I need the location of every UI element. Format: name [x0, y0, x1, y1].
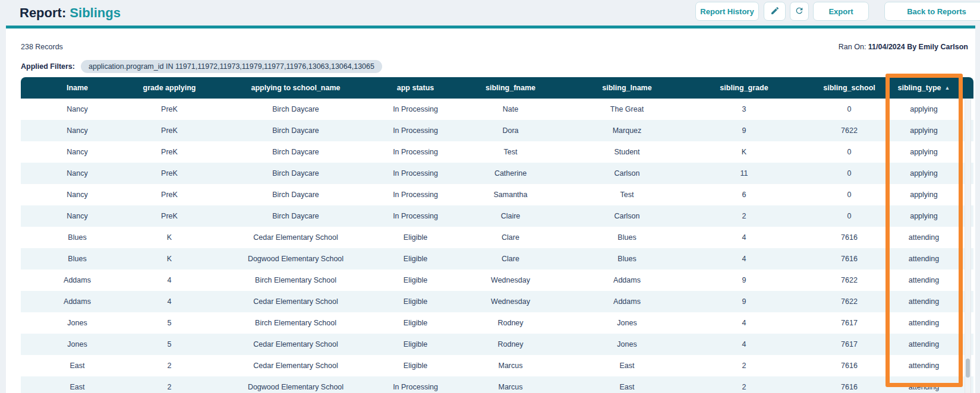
table-cell: PreK: [134, 163, 205, 184]
header-cell-sibling-lname[interactable]: sibling_lname: [576, 77, 678, 99]
table-row: Addams4Cedar Elementary SchoolEligibleWe…: [21, 291, 973, 312]
table-cell: 0: [811, 99, 888, 120]
table-cell: Birch Elementary School: [205, 312, 386, 334]
table-cell: 2: [678, 205, 811, 227]
table-row: NancyPreKBirch DaycareIn ProcessingDoraM…: [21, 120, 973, 141]
table-cell: Test: [576, 184, 678, 205]
table-cell: attending: [888, 376, 960, 393]
table-cell: 7616: [811, 248, 888, 270]
table-cell: 3: [678, 99, 811, 120]
table-cell: attending: [888, 312, 960, 334]
scrollbar-thumb[interactable]: [966, 359, 970, 378]
applied-filters-label: Applied Filters:: [21, 62, 75, 71]
table-row: East2Dogwood Elementary SchoolIn Process…: [21, 376, 973, 393]
pencil-icon: [770, 6, 780, 17]
header-cell-applying-to-school-name[interactable]: applying to school_name: [205, 77, 386, 99]
table-cell: Nancy: [21, 120, 134, 141]
ran-on-value: 11/04/2024 By Emily Carlson: [868, 43, 968, 51]
table-cell: Dora: [445, 120, 576, 141]
header-cell-stub: [960, 77, 973, 99]
table-cell: Addams: [576, 291, 678, 312]
table-cell: Nancy: [21, 205, 134, 227]
table-cell: 7616: [811, 355, 888, 376]
table-row: Addams4Birch Elementary SchoolEligibleWe…: [21, 270, 973, 291]
table-cell: PreK: [134, 99, 205, 120]
table-cell: East: [21, 355, 134, 376]
table-cell: Carlson: [576, 163, 678, 184]
table-cell: Eligible: [386, 270, 445, 291]
table-row: Jones5Cedar Elementary SchoolEligibleRod…: [21, 334, 973, 355]
table-cell: Rodney: [445, 312, 576, 334]
table-cell: 7622: [811, 120, 888, 141]
table-cell: 4: [678, 334, 811, 355]
table-cell: 0: [811, 184, 888, 205]
table-cell: Blues: [21, 248, 134, 270]
table-cell: Wednesday: [445, 291, 576, 312]
table-cell: Birch Daycare: [205, 205, 386, 227]
refresh-icon: [795, 6, 804, 17]
table-cell: Wednesday: [445, 270, 576, 291]
table-cell: attending: [888, 291, 960, 312]
table-cell: Birch Daycare: [205, 141, 386, 163]
filter-chip: application.program_id IN 11971,11972,11…: [81, 60, 382, 73]
table-cell: Marcus: [445, 355, 576, 376]
table-cell: Marcus: [445, 376, 576, 393]
table-cell: 2: [134, 376, 205, 393]
table-cell: attending: [888, 270, 960, 291]
meta-row: 238 Records Ran On: 11/04/2024 By Emily …: [21, 43, 968, 53]
table-cell: Eligible: [386, 248, 445, 270]
table-cell: Jones: [21, 312, 134, 334]
table-cell: Birch Daycare: [205, 163, 386, 184]
table-cell: attending: [888, 355, 960, 376]
table-cell: 2: [678, 355, 811, 376]
table-cell: K: [134, 248, 205, 270]
table-cell: Student: [576, 141, 678, 163]
table-cell: 4: [678, 227, 811, 248]
table-cell: 0: [811, 141, 888, 163]
table-cell: 4: [678, 248, 811, 270]
table-cell: Catherine: [445, 163, 576, 184]
header-cell-lname[interactable]: lname: [21, 77, 134, 99]
header-cell-sibling-type[interactable]: sibling_type▲: [888, 77, 960, 99]
table-cell: Addams: [21, 270, 134, 291]
table-row: East2Cedar Elementary SchoolEligibleMarc…: [21, 355, 973, 376]
table-cell: K: [678, 141, 811, 163]
header-cell-sibling-fname[interactable]: sibling_fname: [445, 77, 576, 99]
table-cell: 7617: [811, 312, 888, 334]
table-cell: Nancy: [21, 99, 134, 120]
header-cell-sibling-school[interactable]: sibling_school: [811, 77, 888, 99]
table-cell: Cedar Elementary School: [205, 291, 386, 312]
table-row: Jones5Birch Elementary SchoolEligibleRod…: [21, 312, 973, 334]
table-cell: In Processing: [386, 141, 445, 163]
table-cell: Dogwood Elementary School: [205, 248, 386, 270]
table-cell: Cedar Elementary School: [205, 334, 386, 355]
table-cell: Jones: [576, 334, 678, 355]
table-cell: East: [576, 355, 678, 376]
table-cell: PreK: [134, 205, 205, 227]
report-card: 238 Records Ran On: 11/04/2024 By Emily …: [6, 26, 975, 393]
table-cell: 7622: [811, 291, 888, 312]
export-button[interactable]: Export: [813, 2, 869, 21]
table-cell: 0: [811, 163, 888, 184]
table-cell: 0: [811, 205, 888, 227]
header-cell-app-status[interactable]: app status: [386, 77, 445, 99]
report-history-button[interactable]: Report History: [695, 2, 759, 21]
vertical-scrollbar[interactable]: [965, 99, 971, 393]
header-cell-grade-applying[interactable]: grade applying: [134, 77, 205, 99]
table-row: NancyPreKBirch DaycareIn ProcessingClair…: [21, 205, 973, 227]
edit-button[interactable]: [764, 2, 786, 21]
header-cell-sibling-grade[interactable]: sibling_grade: [678, 77, 811, 99]
table-cell: applying: [888, 205, 960, 227]
table-cell: 7616: [811, 376, 888, 393]
refresh-button[interactable]: [790, 2, 809, 21]
table-cell: Eligible: [386, 355, 445, 376]
table-cell: Birch Elementary School: [205, 270, 386, 291]
table-cell: attending: [888, 248, 960, 270]
table-cell: 9: [678, 270, 811, 291]
page-title-prefix: Report:: [20, 5, 66, 20]
table-cell: Birch Daycare: [205, 99, 386, 120]
back-to-reports-button[interactable]: Back to Reports: [884, 2, 980, 21]
page-title: Report: Siblings: [20, 5, 121, 21]
table-row: BluesKCedar Elementary SchoolEligibleCla…: [21, 227, 973, 248]
table-cell: 4: [134, 291, 205, 312]
